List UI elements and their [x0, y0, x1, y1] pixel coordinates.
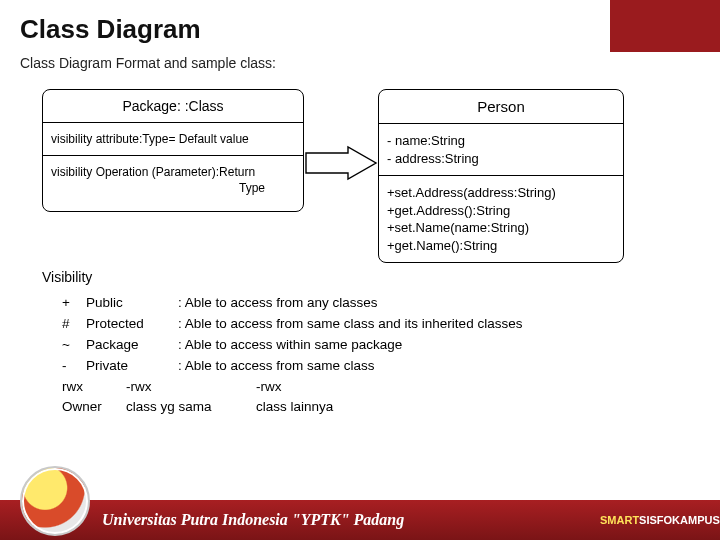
- uml-sample-header: Person: [379, 90, 623, 124]
- uml-sample-ops: +set.Address(address:String) +get.Addres…: [379, 175, 623, 262]
- vis-name: Package: [86, 335, 178, 356]
- op-line: +set.Address(address:String): [387, 184, 615, 202]
- perm-c: -rwx: [256, 377, 282, 397]
- perm-c: class yg sama: [126, 397, 256, 417]
- op-line: +get.Name():String: [387, 237, 615, 255]
- perm-row-1: rwx -rwx -rwx: [0, 377, 720, 397]
- brand-smart: SMART: [600, 514, 639, 526]
- attr-line: - address:String: [387, 150, 615, 168]
- visibility-heading: Visibility: [0, 269, 720, 285]
- uml-format-op-line2: Type: [51, 180, 295, 196]
- vis-name: Public: [86, 293, 178, 314]
- attr-line: - name:String: [387, 132, 615, 150]
- uml-format-op: visibility Operation (Parameter):Return …: [43, 155, 303, 210]
- vis-desc: : Able to access from same class: [178, 356, 720, 377]
- arrow-icon: [304, 145, 378, 181]
- footer-brand: SMARTSISFOKAMPUS: [600, 514, 720, 526]
- uml-format-attr: visibility attribute:Type= Default value: [43, 123, 303, 155]
- page-subtitle: Class Diagram Format and sample class:: [0, 49, 720, 71]
- vis-desc: : Able to access within same package: [178, 335, 720, 356]
- perm-row-2: Owner class yg sama class lainnya: [0, 397, 720, 417]
- vis-name: Private: [86, 356, 178, 377]
- visibility-row: + Public : Able to access from any class…: [62, 293, 720, 314]
- vis-sym: ~: [62, 335, 86, 356]
- vis-desc: : Able to access from any classes: [178, 293, 720, 314]
- vis-sym: -: [62, 356, 86, 377]
- uml-format-box: Package: :Class visibility attribute:Typ…: [42, 89, 304, 212]
- vis-sym: #: [62, 314, 86, 335]
- uml-sample-box: Person - name:String - address:String +s…: [378, 89, 624, 263]
- op-line: +get.Address():String: [387, 202, 615, 220]
- footer-bar: Universitas Putra Indonesia "YPTK" Padan…: [0, 500, 720, 540]
- vis-sym: +: [62, 293, 86, 314]
- university-logo-icon: [20, 466, 90, 536]
- uml-format-op-line1: visibility Operation (Parameter):Return: [51, 164, 295, 180]
- svg-marker-0: [306, 147, 376, 179]
- visibility-table: + Public : Able to access from any class…: [0, 293, 720, 377]
- perm-c: class lainnya: [256, 397, 333, 417]
- visibility-row: - Private : Able to access from same cla…: [62, 356, 720, 377]
- diagram-row: Package: :Class visibility attribute:Typ…: [0, 89, 720, 263]
- vis-desc: : Able to access from same class and its…: [178, 314, 720, 335]
- visibility-row: # Protected : Able to access from same c…: [62, 314, 720, 335]
- perm-c: rwx: [62, 377, 126, 397]
- brand-rest: SISFOKAMPUS: [639, 514, 720, 526]
- uml-format-header: Package: :Class: [43, 90, 303, 123]
- op-line: +set.Name(name:String): [387, 219, 615, 237]
- perm-c: -rwx: [126, 377, 256, 397]
- footer-university: Universitas Putra Indonesia "YPTK" Padan…: [98, 511, 600, 529]
- uml-sample-attrs: - name:String - address:String: [379, 124, 623, 175]
- perm-c: Owner: [62, 397, 126, 417]
- visibility-row: ~ Package : Able to access within same p…: [62, 335, 720, 356]
- header-accent: [610, 0, 720, 52]
- vis-name: Protected: [86, 314, 178, 335]
